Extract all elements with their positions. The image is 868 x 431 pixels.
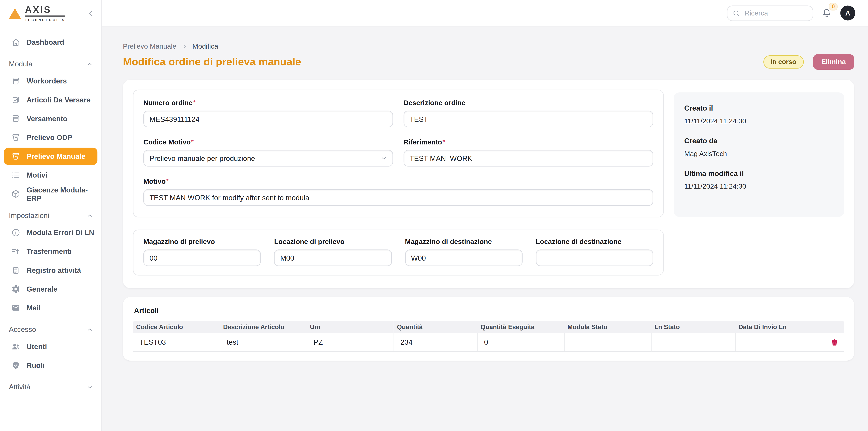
numero-ordine-input[interactable] xyxy=(143,110,393,127)
col-data-di-invio-ln: Data Di Invio Ln xyxy=(735,321,825,333)
creato-il-label: Creato il xyxy=(684,104,834,112)
bucket-icon xyxy=(11,133,21,142)
sidebar-item-label: Utenti xyxy=(27,342,47,351)
storage-box-icon xyxy=(11,114,21,124)
chevron-up-icon xyxy=(86,326,93,333)
home-icon xyxy=(11,38,21,47)
group-label: Accesso xyxy=(9,325,36,334)
sidebar-item-workorders[interactable]: Workorders xyxy=(4,72,97,90)
clipboard-list-icon xyxy=(11,265,21,275)
sidebar-item-giacenze-modula-erp[interactable]: Giacenze Modula-ERP xyxy=(4,185,97,202)
sidebar-item-mail[interactable]: Mail xyxy=(4,299,97,317)
chevron-down-icon xyxy=(86,384,93,390)
sidebar-item-label: Workorders xyxy=(27,77,67,85)
field-locazione-prelievo: Locazione di prelievo xyxy=(274,238,392,266)
col-um: Um xyxy=(307,321,394,333)
locazione-prelievo-label: Locazione di prelievo xyxy=(274,238,392,246)
col-ln-stato: Ln Stato xyxy=(651,321,735,333)
cell-actions xyxy=(825,333,844,352)
order-card: Numero ordine* Descrizione ordine Codice… xyxy=(123,79,854,288)
sidebar-group-attivita[interactable]: Attività xyxy=(9,383,93,391)
storage-box-icon xyxy=(11,76,21,86)
logo-text: AXIS TECHNOLOGIES xyxy=(25,5,65,21)
sidebar-group-modula[interactable]: Modula xyxy=(9,60,93,68)
brand-name: AXIS xyxy=(25,5,65,16)
search-input[interactable] xyxy=(743,8,808,18)
avatar[interactable]: A xyxy=(840,6,855,21)
sidebar-nav: Dashboard Modula Workorders Articoli Da … xyxy=(0,27,101,391)
field-riferimento: Riferimento* xyxy=(404,138,653,167)
app-stage: AXIS TECHNOLOGIES Dashboard Modula Worko… xyxy=(0,0,868,431)
col-descrizione-articolo: Descrizione Articolo xyxy=(220,321,307,333)
main-content: Prelievo Manuale Modifica Modifica ordin… xyxy=(102,27,868,431)
brand-tagline: TECHNOLOGIES xyxy=(25,18,65,22)
col-codice-articolo: Codice Articolo xyxy=(133,321,220,333)
descrizione-ordine-label: Descrizione ordine xyxy=(404,99,653,107)
descrizione-ordine-input[interactable] xyxy=(404,110,653,127)
sidebar-item-prelievo-manuale[interactable]: Prelievo Manuale xyxy=(4,148,97,165)
locazione-destinazione-input[interactable] xyxy=(536,250,653,266)
field-motivo: Motivo* xyxy=(143,177,653,206)
sidebar-item-versamento[interactable]: Versamento xyxy=(4,110,97,127)
field-magazzino-destinazione: Magazzino di destinazione xyxy=(405,238,522,266)
sidebar-item-articoli-da-versare[interactable]: Articoli Da Versare xyxy=(4,91,97,108)
magazzino-prelievo-input[interactable] xyxy=(143,250,261,266)
codice-motivo-select[interactable]: Prelievo manuale per produzione xyxy=(143,150,393,167)
sidebar-item-label: Motivi xyxy=(27,171,47,179)
breadcrumb: Prelievo Manuale Modifica xyxy=(123,43,854,51)
riferimento-input[interactable] xyxy=(404,150,653,167)
magazzino-destinazione-input[interactable] xyxy=(405,250,522,266)
sidebar-item-generale[interactable]: Generale xyxy=(4,280,97,298)
creato-da-value: Mag AxisTech xyxy=(684,150,834,158)
cell-um: PZ xyxy=(307,333,394,352)
locazione-prelievo-input[interactable] xyxy=(274,250,392,266)
cell-data-invio xyxy=(735,333,825,352)
delete-row-button[interactable] xyxy=(830,337,840,348)
sidebar-collapse-button[interactable] xyxy=(86,9,95,18)
sidebar-item-trasferimenti[interactable]: Trasferimenti xyxy=(4,243,97,260)
breadcrumb-current: Modifica xyxy=(192,43,218,51)
sidebar-item-modula-errori-di-ln[interactable]: Modula Errori Di LN xyxy=(4,224,97,241)
sidebar-item-motivi[interactable]: Motivi xyxy=(4,167,97,184)
articoli-title: Articoli xyxy=(134,306,844,315)
sidebar-item-prelievo-odp[interactable]: Prelievo ODP xyxy=(4,129,97,146)
sidebar-item-utenti[interactable]: Utenti xyxy=(4,338,97,355)
sidebar-item-label: Articoli Da Versare xyxy=(27,96,91,104)
required-marker: * xyxy=(193,99,195,105)
topbar: 0 A xyxy=(102,0,868,27)
sidebar-item-label: Trasferimenti xyxy=(27,247,72,256)
shield-check-icon xyxy=(11,361,21,370)
sidebar-item-label: Registro attività xyxy=(27,266,81,274)
sidebar-item-label: Prelievo Manuale xyxy=(27,152,85,161)
sidebar-group-impostazioni[interactable]: Impostazioni xyxy=(9,211,93,220)
riferimento-label: Riferimento* xyxy=(404,138,653,146)
delete-button[interactable]: Elimina xyxy=(813,54,854,70)
sidebar-group-accesso[interactable]: Accesso xyxy=(9,325,93,334)
creato-da-label: Creato da xyxy=(684,137,834,145)
sidebar-item-registro-attivita[interactable]: Registro attività xyxy=(4,262,97,279)
breadcrumb-parent-link[interactable]: Prelievo Manuale xyxy=(123,43,176,51)
search-icon xyxy=(733,9,740,17)
cell-quantita[interactable]: 234 xyxy=(394,333,477,352)
sidebar-item-label: Generale xyxy=(27,285,57,293)
info-circle-icon xyxy=(11,228,21,237)
sidebar-item-label: Dashboard xyxy=(27,38,64,46)
sidebar-item-ruoli[interactable]: Ruoli xyxy=(4,357,97,374)
page-title: Modifica ordine di prelieva manuale xyxy=(123,56,301,68)
sidebar: AXIS TECHNOLOGIES Dashboard Modula Worko… xyxy=(0,0,102,431)
field-locazione-destinazione: Locazione di destinazione xyxy=(536,238,653,266)
warehouse-card: Magazzino di prelievo Locazione di preli… xyxy=(133,230,664,275)
sidebar-item-dashboard[interactable]: Dashboard xyxy=(4,34,97,51)
field-magazzino-prelievo: Magazzino di prelievo xyxy=(143,238,261,266)
col-quantita-eseguita: Quantità Eseguita xyxy=(477,321,564,333)
required-marker: * xyxy=(442,138,445,145)
group-label: Attività xyxy=(9,383,30,391)
ultima-modifica-label: Ultima modifica il xyxy=(684,169,834,177)
magazzino-destinazione-label: Magazzino di destinazione xyxy=(405,238,522,246)
table-header-row: Codice Articolo Descrizione Articolo Um … xyxy=(133,321,844,333)
chevron-up-icon xyxy=(86,61,93,67)
logo-triangle-icon xyxy=(9,8,21,19)
sidebar-item-label: Mail xyxy=(27,304,40,312)
motivo-input[interactable] xyxy=(143,189,653,206)
notifications-button[interactable]: 0 xyxy=(822,8,832,18)
